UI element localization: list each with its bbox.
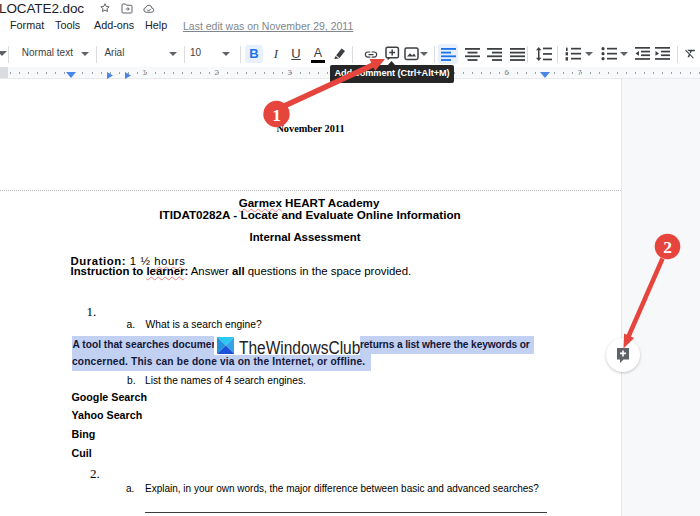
svg-text:1: 1	[272, 105, 281, 125]
